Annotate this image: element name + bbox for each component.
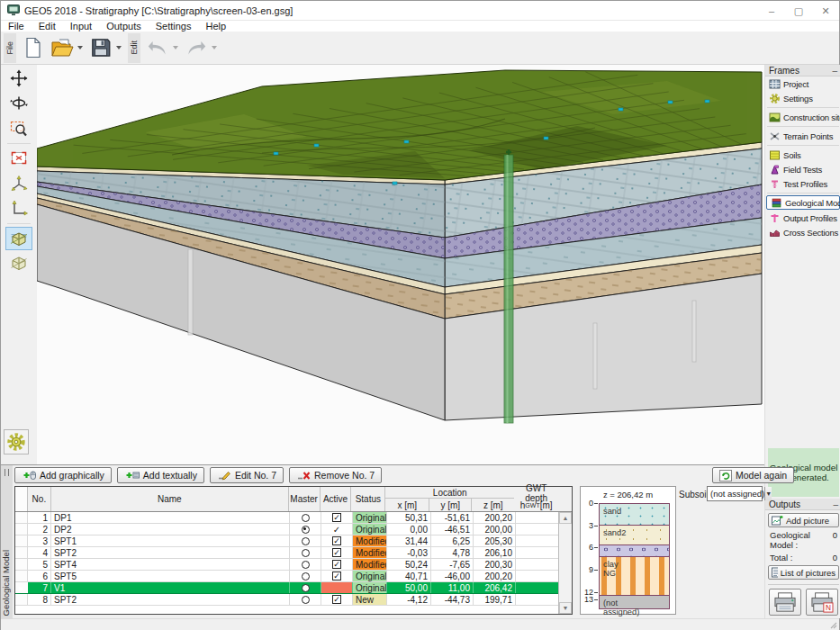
frames-item-soils[interactable]: Soils [765,148,840,162]
scroll-down-icon[interactable]: ▼ [559,602,572,614]
print-preview-button[interactable]: N [806,589,838,616]
model-again-button[interactable]: Model again [712,467,794,483]
field-tests-icon [769,164,781,176]
profile-column: sandsand2clayNG(notassigned) [599,503,670,609]
cell-master[interactable] [290,594,321,605]
menu-item-edit[interactable]: Edit [32,21,63,32]
menu-item-outputs[interactable]: Outputs [99,21,149,32]
table-row-v1[interactable]: ►7V1Original50,0011,00206,42 [15,582,572,594]
menu-item-input[interactable]: Input [63,21,99,32]
subsoil-value: (not assigned) [708,489,764,499]
cell-active[interactable]: ✓ [321,559,353,570]
zoom-window-button[interactable] [5,117,32,140]
edit-row-button[interactable]: Edit No. 7 [210,467,284,483]
new-file-button[interactable] [20,34,47,61]
remove-row-button[interactable]: Remove No. 7 [289,467,382,483]
table-scrollbar[interactable]: ▲ ▼ [558,512,572,614]
cell-master[interactable] [290,536,321,546]
frames-item-settings[interactable]: Settings [765,91,840,105]
frames-item-construction-site[interactable]: Construction site [765,110,840,124]
frame-grip[interactable] [5,469,9,476]
cell-gwt [516,547,560,558]
rotate-view-button[interactable] [5,92,32,115]
active-checkbox: ✓ [332,595,341,604]
view-settings-button[interactable] [4,429,29,454]
print-button[interactable] [769,589,801,616]
cell-active[interactable]: ✓ [321,571,353,581]
add-textually-button[interactable]: Add textually [117,467,204,483]
open-file-button[interactable] [49,34,76,61]
close-button[interactable]: ✕ [812,1,839,21]
col-status: Status [351,487,385,511]
cell-x: 50,31 [387,512,431,523]
table-row-spt5[interactable]: 6SPT5✓Original40,71-46,00200,20 [15,571,572,582]
axes-3d-button[interactable] [5,172,32,195]
frames-item-cross-sections[interactable]: Cross Sections [765,225,840,239]
depth-tick-mark [594,599,598,600]
menu-item-file[interactable]: File [1,21,32,32]
cell-gwt [516,524,560,535]
cell-active[interactable]: ✓ [321,594,353,605]
table-row-dp1[interactable]: 1DP1✓Original50,31-51,61200,20 [15,512,572,524]
frames-item-field-tests[interactable]: Field Tests [765,162,840,176]
move-view-button[interactable] [5,67,32,90]
redo-dropdown-caret[interactable] [212,46,217,50]
open-dropdown-caret[interactable] [77,46,83,50]
frames-item-geological-model[interactable]: Geological Model [766,195,840,210]
scroll-up-icon[interactable]: ▲ [559,512,572,524]
view-axonometry-button[interactable] [5,252,32,275]
frames-item-output-profiles[interactable]: Output Profiles [765,211,840,225]
cell-name: V1 [51,582,290,593]
undo-icon[interactable] [144,34,171,61]
view-3d-button[interactable] [5,227,32,250]
outputs-panel-header: Outputs – [765,499,840,510]
frames-item-project[interactable]: Project [765,76,840,91]
outputs-minimize-icon[interactable]: – [833,500,838,509]
cell-active[interactable]: ✓ [321,524,353,535]
cell-master[interactable] [290,559,321,570]
toolbar-separator [7,223,31,224]
cell-active[interactable] [321,582,353,593]
menu-item-help[interactable]: Help [198,21,233,32]
subsoil-dropdown[interactable]: (not assigned) ▼ [707,486,763,501]
minimize-button[interactable]: – [758,1,785,21]
cell-master[interactable] [290,512,321,523]
frames-minimize-icon[interactable]: – [832,66,837,76]
menu-item-settings[interactable]: Settings [149,21,199,32]
table-body: 1DP1✓Original50,31-51,61200,202DP2✓Origi… [15,512,572,606]
save-button[interactable] [87,34,114,61]
table-row-spt2[interactable]: 4SPT2✓Modified-0,034,78206,10 [15,547,572,559]
axes-plan-button[interactable] [5,197,32,220]
save-dropdown-caret[interactable] [116,46,122,50]
table-row-dp2[interactable]: 2DP2✓Original0,00-46,51200,00 [15,524,572,536]
cell-master[interactable] [290,582,321,593]
list-of-pictures-button[interactable]: List of pictures [768,565,839,580]
maximize-button[interactable]: ▢ [785,1,812,21]
zoom-extents-button[interactable] [5,147,32,170]
frames-item-test-profiles[interactable]: Test Profiles [765,176,840,191]
table-row-spt2[interactable]: 8SPT2✓New-4,12-44,73199,71 [15,594,572,606]
redo-icon[interactable] [183,34,210,61]
add-graphically-button[interactable]: Add graphically [14,467,112,483]
undo-dropdown-caret[interactable] [173,46,178,50]
svg-text:N: N [826,603,831,612]
cell-active[interactable]: ✓ [321,512,353,523]
cell-master[interactable] [290,524,321,535]
master-radio [302,514,310,522]
edit-group-tab: Edit [128,33,140,63]
table-row-spt4[interactable]: 5SPT4✓Modified50,24-7,65200,30 [15,559,572,571]
cell-y: -44,73 [431,594,474,605]
add-picture-button[interactable]: Add picture [768,513,839,527]
row-marker [15,536,28,546]
geological-model-icon [771,197,782,209]
col-active: Active [321,487,352,511]
printer-icon [772,591,798,613]
frames-item-terrain-points[interactable]: Terrain Points [765,129,840,143]
resize-grip[interactable] [829,621,838,630]
cell-active[interactable]: ✓ [321,536,353,546]
cell-master[interactable] [290,571,321,581]
model-3d-viewport[interactable] [37,65,764,464]
table-row-spt1[interactable]: 3SPT1✓Modified31,446,25205,30 [15,536,572,547]
cell-master[interactable] [290,547,321,558]
cell-active[interactable]: ✓ [321,547,353,558]
